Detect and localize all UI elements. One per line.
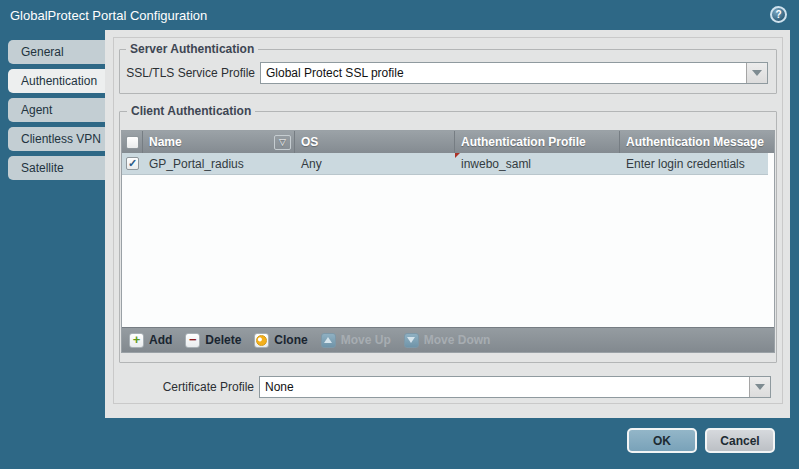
server-authentication-legend: Server Authentication <box>126 42 258 56</box>
certificate-profile-value: None <box>260 380 749 394</box>
add-button[interactable]: + Add <box>129 333 172 348</box>
row-checkbox-cell <box>122 153 143 174</box>
minus-icon: − <box>185 333 200 348</box>
client-auth-table: Name ▽ OS Authentication Profile Authent… <box>121 130 775 353</box>
tab-clientless-vpn[interactable]: Clientless VPN <box>8 127 105 151</box>
select-all-cell <box>122 131 143 153</box>
tab-agent[interactable]: Agent <box>8 98 105 122</box>
modified-flag-icon <box>455 153 460 158</box>
arrow-up-icon <box>321 333 336 348</box>
client-authentication-group: Client Authentication Name ▽ OS <box>119 104 777 363</box>
delete-button[interactable]: − Delete <box>185 333 241 348</box>
tab-content-panel: Server Authentication SSL/TLS Service Pr… <box>113 37 783 404</box>
help-icon[interactable]: ? <box>770 6 787 23</box>
column-header-os[interactable]: OS <box>295 131 455 153</box>
plus-icon: + <box>129 333 144 348</box>
server-authentication-group: Server Authentication SSL/TLS Service Pr… <box>119 42 777 94</box>
certificate-profile-dropdown-button[interactable] <box>749 377 770 397</box>
dialog-footer: OK Cancel <box>0 418 799 469</box>
move-down-button[interactable]: Move Down <box>404 333 491 348</box>
dialog-title: GlobalProtect Portal Configuration <box>10 8 207 23</box>
tab-authentication[interactable]: Authentication <box>8 69 105 93</box>
chevron-down-icon <box>752 70 762 76</box>
table-row[interactable]: GP_Portal_radius Any inwebo_saml Enter l… <box>122 153 768 175</box>
column-header-auth-message[interactable]: Authentication Message <box>620 131 774 153</box>
cancel-button[interactable]: Cancel <box>705 428 775 453</box>
tab-content: Server Authentication SSL/TLS Service Pr… <box>105 30 790 418</box>
chevron-down-icon <box>755 384 765 390</box>
table-toolbar: + Add − Delete Clone <box>122 327 774 352</box>
ssl-tls-profile-dropdown-button[interactable] <box>746 63 767 83</box>
ssl-tls-profile-select[interactable]: Global Protect SSL profile <box>260 62 768 84</box>
move-up-button[interactable]: Move Up <box>321 333 391 348</box>
globalprotect-portal-dialog: GlobalProtect Portal Configuration ? Gen… <box>0 0 799 469</box>
table-body: GP_Portal_radius Any inwebo_saml Enter l… <box>122 153 774 327</box>
column-header-name[interactable]: Name ▽ <box>143 131 295 153</box>
chevron-down-icon: ▽ <box>279 137 286 147</box>
cell-os[interactable]: Any <box>295 153 455 174</box>
certificate-profile-label: Certificate Profile <box>119 380 259 394</box>
cell-auth-profile[interactable]: inwebo_saml <box>455 153 620 174</box>
ssl-tls-profile-label: SSL/TLS Service Profile <box>120 66 260 80</box>
arrow-down-icon <box>404 333 419 348</box>
client-authentication-legend: Client Authentication <box>127 104 255 118</box>
select-all-checkbox[interactable] <box>126 136 139 149</box>
ok-button[interactable]: OK <box>627 428 697 453</box>
tab-satellite[interactable]: Satellite <box>8 156 105 180</box>
left-tab-strip: General Authentication Agent Clientless … <box>0 30 105 418</box>
cell-name[interactable]: GP_Portal_radius <box>143 153 295 174</box>
certificate-profile-row: Certificate Profile None <box>119 376 771 398</box>
cell-auth-message[interactable]: Enter login credentials <box>620 153 768 174</box>
ssl-tls-profile-value: Global Protect SSL profile <box>261 66 746 80</box>
column-header-auth-profile[interactable]: Authentication Profile <box>455 131 620 153</box>
certificate-profile-select[interactable]: None <box>259 376 771 398</box>
tab-general[interactable]: General <box>8 40 105 64</box>
row-checkbox[interactable] <box>126 157 139 170</box>
clone-icon <box>254 333 269 348</box>
column-menu-button[interactable]: ▽ <box>274 135 291 150</box>
table-header-row: Name ▽ OS Authentication Profile Authent… <box>122 131 774 153</box>
dialog-titlebar: GlobalProtect Portal Configuration ? <box>0 0 799 30</box>
clone-button[interactable]: Clone <box>254 333 307 348</box>
